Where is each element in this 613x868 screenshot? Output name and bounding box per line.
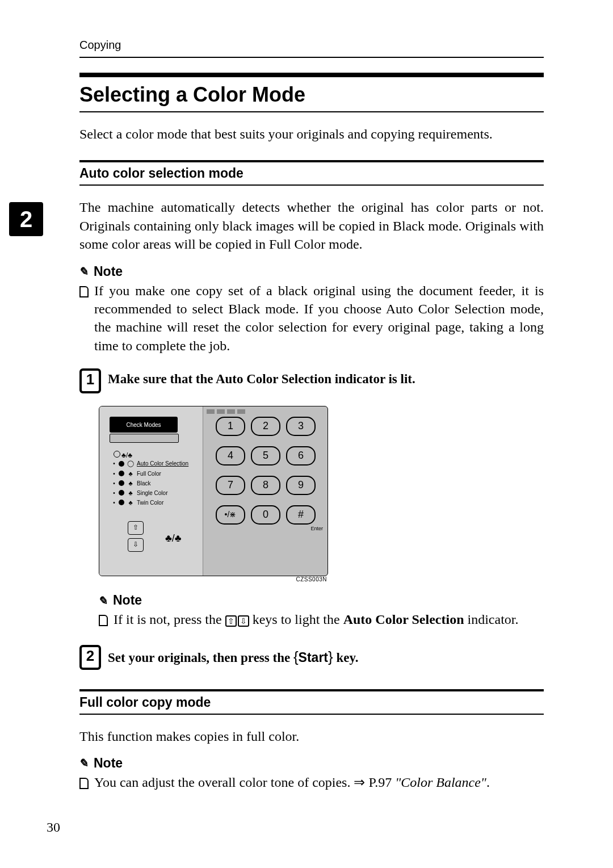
key-4: 4 <box>216 446 245 466</box>
note-2-bullet: If it is not, press the ⇧⇩ keys to light… <box>99 610 544 631</box>
pencil-icon: ✎ <box>78 756 90 770</box>
panel-figure: Check Modes ♣/♣ •◯Auto Color Selection •… <box>99 406 544 582</box>
step-1: 1 Make sure that the Auto Color Selectio… <box>79 368 544 393</box>
check-modes-button: Check Modes <box>110 417 178 433</box>
figure-code: CZSS003N <box>99 576 327 582</box>
step-number-1: 1 <box>79 368 101 393</box>
control-panel: Check Modes ♣/♣ •◯Auto Color Selection •… <box>99 406 328 576</box>
key-3: 3 <box>286 417 316 436</box>
bullet-icon <box>79 284 89 355</box>
note-text: If you make one copy set of a black orig… <box>94 282 544 355</box>
bullet-icon <box>79 775 89 794</box>
note-label-3: Note <box>94 756 123 771</box>
key-hash: # <box>286 505 316 525</box>
subsection2-rule-top <box>79 689 544 691</box>
note-heading-2: ✎ Note <box>99 593 544 608</box>
panel-down-button: ⇩ <box>128 538 144 552</box>
key-9: 9 <box>286 476 316 495</box>
mode-auto-color: •◯Auto Color Selection <box>112 460 188 467</box>
key-1: 1 <box>216 417 245 436</box>
note-bullet: If you make one copy set of a black orig… <box>79 282 544 355</box>
up-down-keys-icon: ⇧⇩ <box>225 615 249 627</box>
subsection-rule-bottom <box>79 184 544 186</box>
note-heading-3: ✎ Note <box>79 756 544 771</box>
step-2-text: Set your originals, then press the {Star… <box>108 648 358 666</box>
bullet-icon <box>99 613 108 631</box>
mode-full-color: •♣Full Color <box>112 470 188 477</box>
key-5: 5 <box>251 446 280 466</box>
led-indicators-top: ♣/♣ <box>114 451 132 459</box>
numeric-keypad: 1 2 3 4 5 6 7 8 9 •/⋇ <box>216 417 316 535</box>
key-6: 6 <box>286 446 316 466</box>
full-paragraph: This function makes copies in full color… <box>79 727 544 745</box>
panel-topstrip <box>207 409 245 414</box>
reference-arrow-icon: ⇒ <box>354 774 365 790</box>
note-label: Note <box>94 264 123 279</box>
title-rule-bottom <box>79 111 544 112</box>
pencil-icon: ✎ <box>78 265 90 278</box>
auto-paragraph: The machine automatically detects whethe… <box>79 198 544 253</box>
key-8: 8 <box>251 476 280 495</box>
pencil-icon: ✎ <box>98 594 110 607</box>
subsection-rule-top <box>79 160 544 162</box>
running-head: Copying <box>79 39 121 52</box>
panel-up-button: ⇧ <box>128 521 144 535</box>
page: Copying 2 Selecting a Color Mode Select … <box>0 0 613 868</box>
note-heading: ✎ Note <box>79 264 544 279</box>
check-modes-sub <box>110 434 179 443</box>
title-rule-top <box>79 73 544 77</box>
subsection2-rule-bottom <box>79 714 544 715</box>
page-title: Selecting a Color Mode <box>79 83 544 107</box>
running-head-rule <box>79 57 544 58</box>
panel-arrow-buttons: ⇧ ⇩ <box>128 521 144 555</box>
section-tab: 2 <box>9 202 43 236</box>
note-label-2: Note <box>113 593 142 608</box>
intro-paragraph: Select a color mode that best suits your… <box>79 125 544 143</box>
color-mode-list: •◯Auto Color Selection •♣Full Color •♣Bl… <box>112 460 188 509</box>
mode-single-color: •♣Single Color <box>112 489 188 496</box>
note-3-bullet: You can adjust the overall color tone of… <box>79 773 544 794</box>
step-1-text: Make sure that the Auto Color Selection … <box>108 372 415 387</box>
note-3-text: You can adjust the overall color tone of… <box>94 773 490 794</box>
full-heading: Full color copy mode <box>79 695 544 710</box>
step-2: 2 Set your originals, then press the {St… <box>79 645 544 670</box>
panel-color-icon: ♣/♣ <box>165 532 182 544</box>
mode-black: •♣Black <box>112 480 188 487</box>
key-0: 0 <box>251 505 280 525</box>
note-2-text: If it is not, press the ⇧⇩ keys to light… <box>114 610 518 631</box>
content-area: Selecting a Color Mode Select a color mo… <box>79 73 544 794</box>
step-number-2: 2 <box>79 645 101 670</box>
key-2: 2 <box>251 417 280 436</box>
mode-twin-color: •♣Twin Color <box>112 499 188 506</box>
enter-label: Enter <box>310 526 323 531</box>
key-7: 7 <box>216 476 245 495</box>
key-star: •/⋇ <box>216 505 245 525</box>
auto-heading: Auto color selection mode <box>79 166 544 181</box>
page-number: 30 <box>47 820 60 835</box>
